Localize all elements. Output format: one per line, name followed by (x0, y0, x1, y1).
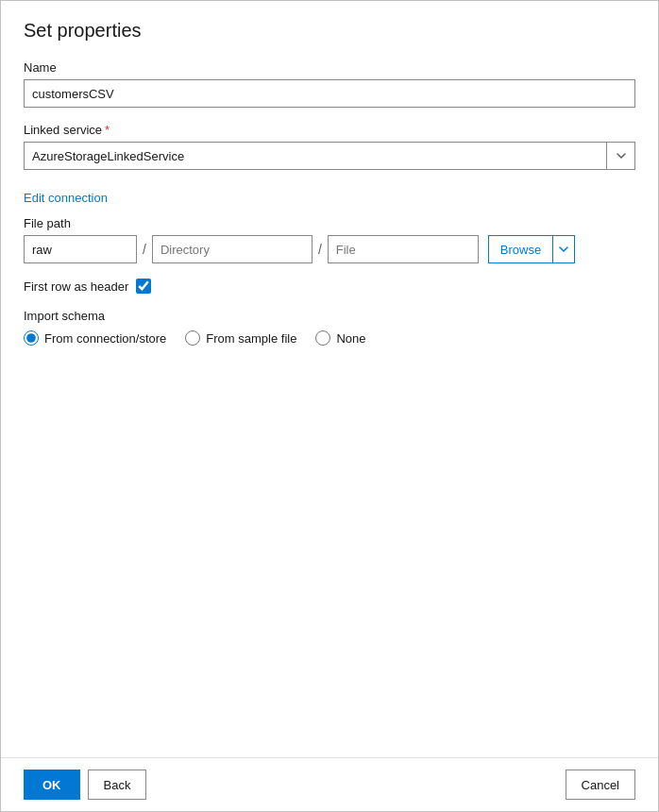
edit-connection-link[interactable]: Edit connection (24, 191, 108, 205)
dialog-title: Set properties (24, 20, 635, 42)
browse-button[interactable]: Browse (488, 235, 552, 263)
file-path-file-input[interactable] (328, 235, 479, 263)
radio-none[interactable]: None (315, 330, 365, 346)
linked-service-dropdown[interactable]: AzureStorageLinkedService (24, 142, 635, 170)
radio-none-input[interactable] (315, 330, 330, 346)
first-row-header-checkbox[interactable] (136, 279, 151, 294)
browse-button-container: Browse (488, 235, 575, 263)
browse-dropdown-button[interactable] (552, 235, 575, 263)
radio-from-sample-label: From sample file (206, 331, 296, 346)
import-schema-title: Import schema (24, 309, 635, 323)
separator-2: / (316, 242, 324, 257)
radio-none-label: None (336, 331, 365, 346)
back-button[interactable]: Back (88, 770, 147, 800)
browse-chevron-icon (559, 246, 568, 252)
first-row-header-row: First row as header (24, 279, 635, 294)
file-path-directory-input[interactable] (152, 235, 313, 263)
dialog-content: Set properties Name Linked service* Azur… (1, 1, 658, 757)
ok-button[interactable]: OK (24, 770, 80, 800)
cancel-button[interactable]: Cancel (566, 770, 635, 800)
name-label: Name (24, 60, 635, 75)
file-path-group: File path / / Browse (24, 216, 635, 263)
file-path-row: / / Browse (24, 235, 635, 263)
import-schema-section: Import schema From connection/store From… (24, 309, 635, 346)
separator-1: / (141, 242, 148, 257)
file-path-container-input[interactable] (24, 235, 137, 263)
linked-service-label: Linked service* (24, 123, 635, 137)
first-row-header-label: First row as header (24, 279, 128, 294)
linked-service-select[interactable]: AzureStorageLinkedService (25, 143, 634, 169)
linked-service-group: Linked service* AzureStorageLinkedServic… (24, 123, 635, 170)
radio-from-connection-label: From connection/store (44, 331, 166, 346)
import-schema-radio-group: From connection/store From sample file N… (24, 330, 635, 346)
name-group: Name (24, 60, 635, 108)
radio-from-connection[interactable]: From connection/store (24, 330, 166, 346)
radio-from-sample[interactable]: From sample file (185, 330, 296, 346)
name-input[interactable] (24, 79, 635, 108)
file-path-label: File path (24, 216, 635, 230)
radio-from-connection-input[interactable] (24, 330, 39, 346)
footer-left-buttons: OK Back (24, 770, 146, 800)
set-properties-dialog: Set properties Name Linked service* Azur… (0, 0, 659, 812)
dialog-footer: OK Back Cancel (1, 757, 658, 811)
radio-from-sample-input[interactable] (185, 330, 200, 346)
required-indicator: * (105, 123, 110, 137)
